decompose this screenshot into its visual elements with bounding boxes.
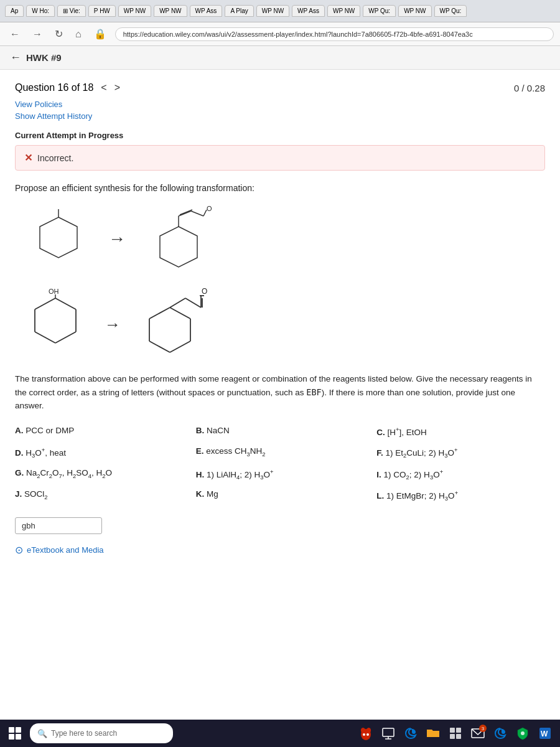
back-button[interactable]: ← (6, 26, 24, 42)
taskbar-search[interactable]: 🔍 Type here to search (30, 723, 173, 743)
reagents-grid: A. PCC or DMP B. NaCN C. [H+], EtOH D. H… (15, 425, 545, 503)
reagent-l: L. 1) EtMgBr; 2) H3O+ (376, 489, 545, 502)
svg-line-13 (55, 332, 76, 343)
reaction-diagram: OH → O (27, 205, 545, 273)
refresh-button[interactable]: ↻ (51, 26, 67, 42)
taskbar-mail-icon[interactable]: 3 (468, 723, 488, 743)
tab-nw3[interactable]: WP NW (256, 5, 289, 17)
taskbar-icon-group: 3 W (356, 723, 555, 743)
svg-line-25 (185, 298, 201, 308)
taskbar-desktop-icon[interactable] (378, 723, 398, 743)
svg-rect-40 (450, 734, 455, 739)
reagent-f: F. 1) Et2CuLi; 2) H3O+ (376, 446, 545, 459)
nav-bar: ← → ↻ ⌂ 🔒 https://education.wiley.com/wa… (0, 22, 560, 46)
tab-qu1[interactable]: WP Qu: (363, 5, 396, 17)
svg-marker-3 (160, 227, 197, 267)
svg-line-21 (149, 341, 170, 352)
svg-point-43 (521, 731, 525, 735)
svg-line-5 (179, 211, 191, 216)
taskbar: 🔍 Type here to search (0, 720, 560, 747)
reagent-g: G. Na2Cr2O7, H2SO4, H2O (15, 467, 184, 481)
search-placeholder-text: Type here to search (51, 729, 117, 738)
reagent-c: C. [H+], EtOH (376, 425, 545, 438)
tab-ass1[interactable]: WP Ass (190, 5, 223, 17)
view-policies-link[interactable]: View Policies (15, 100, 545, 109)
grid-icon-svg (449, 726, 462, 740)
prev-question-button[interactable]: < (101, 82, 106, 93)
reaction-arrow-2: → (105, 315, 121, 334)
question-header: Question 16 of 18 < > 0 / 0.28 (15, 82, 545, 93)
show-attempt-history-link[interactable]: Show Attempt History (15, 111, 545, 121)
svg-line-24 (170, 298, 185, 308)
svg-line-14 (35, 332, 55, 343)
tab-hw[interactable]: P HW (88, 5, 116, 17)
svg-text:O: O (202, 287, 207, 296)
answer-input[interactable] (15, 517, 102, 534)
reagent-e: E. excess CH3NH2 (196, 446, 365, 459)
taskbar-security-icon[interactable] (513, 723, 533, 743)
svg-text:O: O (207, 205, 212, 212)
svg-text:W: W (541, 730, 548, 738)
taskbar-mascot-icon[interactable] (356, 723, 376, 743)
forward-button[interactable]: → (29, 26, 46, 42)
product-molecule: O (144, 205, 231, 273)
svg-line-23 (149, 308, 170, 319)
product-svg: O (136, 286, 229, 357)
reagent-a: A. PCC or DMP (15, 425, 184, 438)
reagent-i: I. 1) CO2; 2) H3O+ (376, 467, 545, 481)
tab-ap[interactable]: Ap (5, 5, 24, 17)
reagent-j: J. SOCl2 (15, 489, 184, 502)
svg-rect-39 (456, 728, 461, 733)
search-icon: 🔍 (37, 729, 47, 738)
address-bar[interactable]: https://education.wiley.com/was/ui/v2/as… (115, 27, 554, 41)
tab-nw1[interactable]: WP NW (118, 5, 151, 17)
tab-nw4[interactable]: WP NW (327, 5, 360, 17)
windows-logo-icon (9, 727, 21, 740)
svg-line-6 (191, 211, 203, 216)
folder-icon-svg (426, 726, 441, 741)
svg-rect-38 (450, 728, 455, 733)
desktop-icon-svg (381, 726, 395, 740)
reagent-k: K. Mg (196, 489, 365, 502)
taskbar-edge-icon[interactable] (401, 723, 421, 743)
svg-text:OH: OH (49, 288, 59, 295)
tab-ass2[interactable]: WP Ass (292, 5, 325, 17)
tab-nw2[interactable]: WP NW (154, 5, 187, 17)
description-text: The transformation above can be performe… (15, 372, 545, 413)
tab-nw5[interactable]: WP NW (398, 5, 431, 17)
svg-line-18 (170, 308, 190, 319)
edge2-icon-svg (493, 726, 508, 741)
start-button[interactable] (5, 723, 25, 743)
browser-tab-bar: Ap W Ho: ⊞ Vie: P HW WP NW WP NW WP Ass … (0, 0, 560, 22)
main-content: Question 16 of 18 < > 0 / 0.28 View Poli… (0, 70, 560, 568)
reaction-arrow: → (108, 229, 126, 249)
taskbar-edge2-icon[interactable] (490, 723, 510, 743)
tab-play[interactable]: A Play (225, 5, 253, 17)
taskbar-folder-icon[interactable] (423, 723, 443, 743)
next-question-button[interactable]: > (114, 82, 120, 93)
incorrect-message: Incorrect. (37, 153, 73, 163)
svg-rect-41 (456, 734, 461, 739)
current-attempt-label: Current Attempt in Progress (15, 131, 545, 140)
question-label: Question 16 of 18 (15, 82, 93, 93)
svg-line-8 (180, 210, 192, 215)
svg-line-16 (35, 298, 55, 309)
hwk-title: HWK #9 (26, 52, 62, 63)
back-to-hwk-button[interactable]: ← (10, 51, 21, 64)
reagent-b: B. NaCN (196, 425, 365, 438)
incorrect-icon: ✕ (24, 152, 32, 164)
tab-ho[interactable]: W Ho: (26, 5, 55, 17)
taskbar-word-icon[interactable]: W (535, 723, 555, 743)
edge-icon-svg (403, 726, 418, 741)
incorrect-feedback-box: ✕ Incorrect. (15, 145, 545, 171)
home-button[interactable]: ⌂ (72, 26, 85, 42)
svg-marker-0 (40, 217, 77, 258)
reagent-h: H. 1) LiAlH4; 2) H3O+ (196, 467, 365, 481)
mail-badge: 3 (479, 725, 487, 732)
taskbar-grid-icon[interactable] (446, 723, 465, 743)
lock-icon: 🔒 (90, 26, 110, 42)
etextbook-link[interactable]: ⊙ eTextbook and Media (15, 544, 545, 556)
tab-vie[interactable]: ⊞ Vie: (57, 5, 86, 17)
tab-qu2[interactable]: WP Qu: (434, 5, 467, 17)
etextbook-icon: ⊙ (15, 544, 23, 556)
